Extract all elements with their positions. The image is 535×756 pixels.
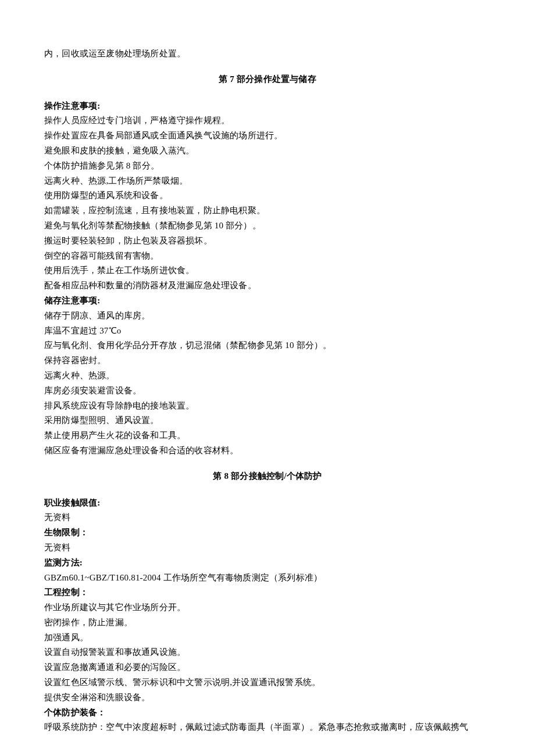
storage-line: 保持容器密封。 xyxy=(44,353,491,368)
ops-line: 搬运时要轻装轻卸，防止包装及容器损坏。 xyxy=(44,234,491,249)
storage-line: 储存于阴凉、通风的库房。 xyxy=(44,309,491,324)
ops-label: 操作注意事项: xyxy=(44,99,491,114)
eng-line: 设置红色区域警示线、警示标识和中文警示说明,并设置通讯报警系统。 xyxy=(44,675,491,690)
ops-line: 操作人员应经过专门培训，严格遵守操作规程。 xyxy=(44,113,491,128)
section-7-heading: 第 7 部分操作处置与储存 xyxy=(44,72,491,87)
eng-label: 工程控制： xyxy=(44,585,491,600)
eng-line: 作业场所建议与其它作业场所分开。 xyxy=(44,600,491,615)
ops-line: 操作处置应在具备局部通风或全面通风换气设施的场所进行。 xyxy=(44,128,491,144)
limit-label: 职业接触限值: xyxy=(44,496,491,511)
ops-line: 倒空的容器可能残留有害物。 xyxy=(44,249,491,264)
ops-line: 使用防爆型的通风系统和设备。 xyxy=(44,188,491,203)
ops-line: 使用后洗手，禁止在工作场所进饮食。 xyxy=(44,263,491,278)
monitor-value: GBZm60.1~GBZ/T160.81-2004 工作场所空气有毒物质测定（系… xyxy=(44,571,491,586)
ops-line: 个体防护措施参见第 8 部分。 xyxy=(44,159,491,174)
ops-line: 如需罐装，应控制流速，且有接地装置，防止静电积聚。 xyxy=(44,203,491,218)
ppe-label: 个体防护装备： xyxy=(44,705,491,721)
intro-line: 内，回收或运至废物处理场所处置。 xyxy=(44,46,491,62)
eng-line: 提供安全淋浴和洗眼设备。 xyxy=(44,690,491,705)
storage-line: 排风系统应设有导除静电的接地装置。 xyxy=(44,399,491,414)
eng-line: 设置应急撤离通道和必要的泻险区。 xyxy=(44,660,491,675)
ops-line: 远离火种、热源,工作场所严禁吸烟。 xyxy=(44,174,491,189)
storage-label: 储存注意事项: xyxy=(44,293,491,309)
section-8-heading: 第 8 部分接触控制/个体防护 xyxy=(44,469,491,484)
bio-value: 无资料 xyxy=(44,540,491,556)
eng-line: 设置自动报警装置和事故通风设施。 xyxy=(44,645,491,660)
ops-line: 避免与氧化剂等禁配物接触（禁配物参见第 10 部分）。 xyxy=(44,218,491,234)
ppe-line: 呼吸系统防护：空气中浓度超标时，佩戴过滤式防毒面具（半面罩）。紧急事态抢救或撤离… xyxy=(44,720,491,735)
storage-line: 库房必须安装避雷设备。 xyxy=(44,384,491,399)
eng-line: 密闭操作，防止泄漏。 xyxy=(44,615,491,630)
storage-line: 应与氧化剂、食用化学品分开存放，切忌混储（禁配物参见第 10 部分）。 xyxy=(44,338,491,353)
ops-line: 配备相应品种和数量的消防器材及泄漏应急处理设备。 xyxy=(44,278,491,293)
page-content: 内，回收或运至废物处理场所处置。 第 7 部分操作处置与储存 操作注意事项: 操… xyxy=(0,0,535,756)
eng-line: 加强通风。 xyxy=(44,630,491,646)
storage-line: 采用防爆型照明、通风设置。 xyxy=(44,413,491,428)
storage-line: 库温不宜超过 37℃o xyxy=(44,324,491,339)
storage-line: 远离火种、热源。 xyxy=(44,368,491,384)
storage-line: 禁止使用易产生火花的设备和工具。 xyxy=(44,428,491,443)
storage-line: 储区应备有泄漏应急处理设备和合适的收容材料。 xyxy=(44,443,491,458)
ops-line: 避免眼和皮肤的接触，避免吸入蒸汽。 xyxy=(44,144,491,159)
limit-value: 无资料 xyxy=(44,510,491,525)
bio-label: 生物限制： xyxy=(44,525,491,540)
monitor-label: 监测方法: xyxy=(44,556,491,571)
